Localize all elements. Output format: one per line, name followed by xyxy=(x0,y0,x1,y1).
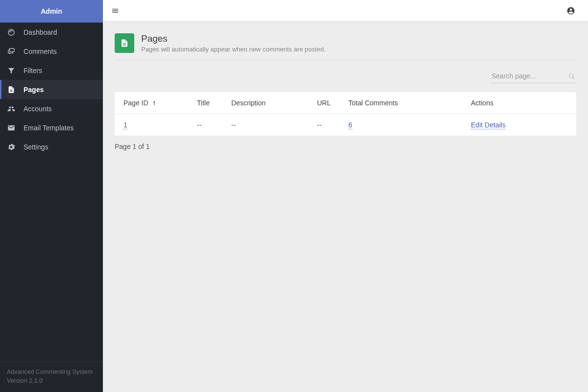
pages-table: Page ID ↿ Title Description URL Total Co… xyxy=(115,92,576,136)
col-title[interactable]: Title xyxy=(188,92,222,114)
page-icon xyxy=(7,85,16,94)
envelope-icon xyxy=(7,123,16,132)
sidebar-item-label: Dashboard xyxy=(24,28,57,36)
sidebar-brand[interactable]: Admin xyxy=(0,0,103,23)
pagination-text: Page 1 of 1 xyxy=(115,143,576,150)
sidebar-item-comments[interactable]: Comments xyxy=(0,42,103,61)
search-row xyxy=(115,69,576,83)
sidebar-item-accounts[interactable]: Accounts xyxy=(0,99,103,118)
page-title: Pages xyxy=(141,33,325,45)
comments-icon xyxy=(7,47,16,56)
content: Pages Pages will automatically appear wh… xyxy=(103,22,588,162)
sidebar-nav: Dashboard Comments Filters Pages xyxy=(0,23,103,362)
cell-total-comments[interactable]: 6 xyxy=(348,121,352,129)
table-row: 1 -- -- -- 6 Edit Details xyxy=(115,114,576,136)
page-header-text: Pages Pages will automatically appear wh… xyxy=(141,33,325,53)
sort-asc-icon: ↿ xyxy=(152,100,157,107)
page-subtitle: Pages will automatically appear when new… xyxy=(141,46,325,53)
pages-table-card: Page ID ↿ Title Description URL Total Co… xyxy=(115,92,576,136)
sidebar-brand-label: Admin xyxy=(41,7,62,15)
sidebar-item-label: Settings xyxy=(24,143,49,151)
menu-toggle-icon[interactable] xyxy=(110,5,121,16)
filter-icon xyxy=(7,66,16,75)
page-header-icon xyxy=(115,33,134,53)
sidebar-item-label: Comments xyxy=(24,48,57,55)
cell-url: -- xyxy=(308,114,340,136)
search-input[interactable] xyxy=(490,69,576,83)
topbar xyxy=(103,0,588,22)
footer-product: Advanced Commenting System xyxy=(7,368,96,377)
search-wrap xyxy=(490,69,576,83)
col-total-comments[interactable]: Total Comments xyxy=(340,92,462,114)
cell-page-id[interactable]: 1 xyxy=(123,121,127,129)
sidebar-footer: Advanced Commenting System Version 2.1.0 xyxy=(0,362,103,392)
col-page-id[interactable]: Page ID ↿ xyxy=(115,92,188,114)
col-url[interactable]: URL xyxy=(308,92,340,114)
main: Pages Pages will automatically appear wh… xyxy=(103,0,588,392)
sidebar-item-filters[interactable]: Filters xyxy=(0,61,103,80)
sidebar-item-label: Accounts xyxy=(24,105,52,113)
cell-description: -- xyxy=(222,114,308,136)
sidebar-item-label: Filters xyxy=(24,67,42,74)
sidebar-item-dashboard[interactable]: Dashboard xyxy=(0,23,103,42)
col-description[interactable]: Description xyxy=(222,92,308,114)
sidebar-item-email-templates[interactable]: Email Templates xyxy=(0,118,103,137)
sidebar-item-settings[interactable]: Settings xyxy=(0,137,103,156)
sidebar-item-label: Email Templates xyxy=(24,124,74,132)
page-header: Pages Pages will automatically appear wh… xyxy=(115,33,576,53)
header-divider xyxy=(115,60,576,60)
settings-icon xyxy=(7,143,16,151)
sidebar-item-pages[interactable]: Pages xyxy=(0,80,103,99)
sidebar: Admin Dashboard Comments Filters xyxy=(0,0,103,392)
footer-version: Version 2.1.0 xyxy=(7,377,96,386)
cell-title: -- xyxy=(188,114,222,136)
dashboard-icon xyxy=(7,28,16,37)
col-actions: Actions xyxy=(462,92,576,114)
sidebar-item-label: Pages xyxy=(24,86,44,94)
accounts-icon xyxy=(7,104,16,113)
user-menu-icon[interactable] xyxy=(565,5,576,16)
edit-details-link[interactable]: Edit Details xyxy=(471,121,506,129)
col-page-id-label: Page ID xyxy=(123,99,148,107)
